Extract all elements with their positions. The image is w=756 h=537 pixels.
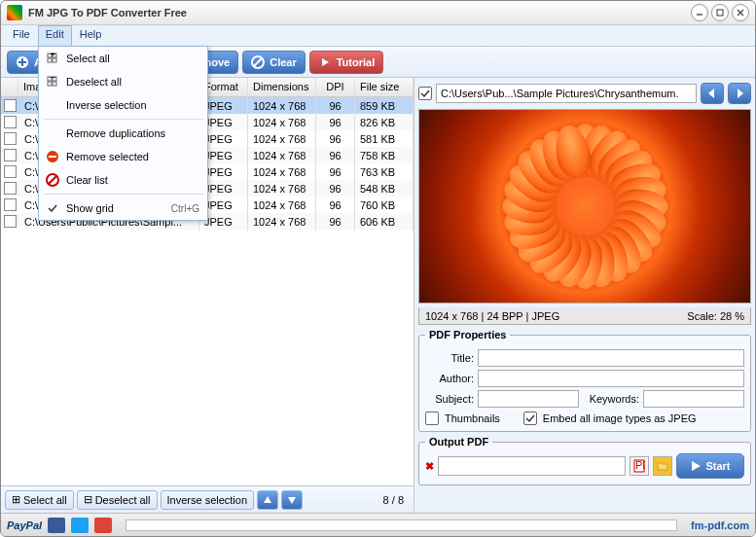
check-icon [43, 202, 62, 214]
menu-inverse-selection[interactable]: Inverse selection [39, 93, 207, 117]
image-preview [418, 109, 751, 304]
move-up-button[interactable] [257, 490, 278, 510]
minimize-button[interactable] [691, 4, 708, 21]
cell-dpi: 96 [316, 114, 355, 131]
svg-line-17 [49, 176, 56, 184]
svg-marker-32 [692, 461, 701, 471]
tutorial-button[interactable]: Tutorial [309, 51, 384, 74]
row-checkbox[interactable] [4, 99, 17, 112]
menu-bar: File Edit Help [1, 25, 755, 47]
menu-deselect-all[interactable]: − Deselect all [39, 70, 207, 93]
cell-dimensions: 1024 x 768 [248, 130, 316, 148]
preview-info-bar: 1024 x 768 | 24 BPP | JPEG Scale: 28 % [418, 307, 751, 325]
row-checkbox[interactable] [4, 116, 17, 128]
menu-file[interactable]: File [5, 25, 38, 46]
google-plus-icon[interactable] [94, 518, 112, 533]
facebook-icon[interactable] [48, 518, 65, 533]
button-label: Tutorial [337, 56, 376, 68]
embed-jpeg-checkbox[interactable] [523, 412, 537, 425]
svg-line-24 [254, 58, 262, 66]
svg-text:+: + [50, 53, 55, 59]
cell-dimensions: 1024 x 768 [248, 147, 316, 164]
preview-checkbox[interactable] [418, 87, 432, 100]
foot-inverse[interactable]: Inverse selection [161, 490, 255, 510]
progress-bar [126, 519, 677, 531]
menu-label: Select all [66, 53, 199, 64]
status-bar: PayPal fm-pdf.com [1, 513, 755, 536]
close-button[interactable] [732, 4, 749, 21]
row-checkbox[interactable] [4, 165, 17, 178]
clear-icon [251, 55, 265, 69]
author-input[interactable] [478, 370, 744, 387]
title-bar: FM JPG To PDF Converter Free [1, 1, 755, 25]
foot-deselect-all[interactable]: ⊟Deselect all [77, 490, 158, 510]
start-label: Start [705, 460, 730, 472]
col-dimensions[interactable]: Dimensions [248, 78, 316, 96]
maximize-button[interactable] [711, 4, 729, 21]
row-checkbox[interactable] [4, 198, 17, 211]
menu-remove-selected[interactable]: Remove selected [39, 145, 207, 168]
cell-dpi: 96 [316, 180, 355, 197]
output-path-input[interactable] [438, 456, 626, 476]
arrow-down-icon [287, 495, 297, 505]
row-checkbox[interactable] [4, 215, 17, 228]
svg-text:PDF: PDF [635, 459, 645, 471]
cell-dpi: 96 [316, 163, 355, 181]
title-input[interactable] [478, 349, 744, 367]
pdf-icon-button[interactable]: PDF [630, 456, 649, 476]
col-filesize[interactable]: File size [355, 78, 414, 96]
cell-size: 826 KB [355, 114, 414, 131]
svg-rect-1 [717, 10, 723, 16]
menu-help[interactable]: Help [72, 25, 110, 46]
subject-input[interactable] [478, 390, 579, 408]
menu-label: Deselect all [66, 76, 199, 88]
folder-icon [657, 460, 668, 472]
author-label: Author: [425, 373, 474, 384]
row-checkbox[interactable] [4, 149, 17, 161]
plus-icon [16, 55, 29, 69]
next-image-button[interactable] [728, 83, 751, 104]
play-icon [690, 460, 702, 472]
title-label: Title: [425, 352, 474, 364]
svg-text:−: − [50, 76, 55, 83]
menu-label: Show grid [66, 202, 171, 214]
select-all-icon: + [43, 53, 62, 64]
embed-label: Embed all image types as JPEG [543, 412, 697, 424]
cell-size: 758 KB [355, 147, 414, 164]
cell-dpi: 96 [316, 97, 355, 115]
preview-scale: Scale: 28 % [687, 310, 744, 322]
paypal-link[interactable]: PayPal [7, 519, 42, 531]
cell-dpi: 96 [316, 130, 355, 148]
svg-rect-15 [49, 156, 56, 158]
menu-clear-list[interactable]: Clear list [39, 168, 207, 192]
thumbnails-checkbox[interactable] [425, 412, 439, 425]
menu-select-all[interactable]: + Select all [39, 47, 207, 70]
browse-button[interactable] [653, 456, 672, 476]
delete-output-icon[interactable]: ✖ [425, 460, 434, 473]
website-link[interactable]: fm-pdf.com [691, 519, 749, 531]
cell-size: 859 KB [355, 97, 414, 115]
clear-button[interactable]: Clear [242, 51, 306, 74]
row-checkbox[interactable] [4, 132, 17, 145]
cell-size: 581 KB [355, 130, 414, 148]
cell-dpi: 96 [316, 197, 355, 214]
menu-remove-duplications[interactable]: Remove duplications [39, 122, 207, 145]
cell-size: 548 KB [355, 180, 414, 197]
prev-image-button[interactable] [701, 83, 724, 104]
cell-size: 763 KB [355, 163, 414, 181]
move-down-button[interactable] [281, 490, 303, 510]
menu-show-grid[interactable]: Show grid Ctrl+G [39, 197, 207, 220]
cell-dpi: 96 [316, 213, 355, 231]
col-dpi[interactable]: DPI [316, 78, 355, 96]
keywords-input[interactable] [643, 390, 744, 408]
thumbnails-label: Thumbnails [445, 412, 500, 424]
button-label: Clear [270, 56, 297, 68]
start-button[interactable]: Start [676, 453, 744, 479]
twitter-icon[interactable] [71, 518, 89, 533]
menu-edit[interactable]: Edit [38, 25, 72, 46]
foot-select-all[interactable]: ⊞Select all [5, 490, 74, 510]
grid-footer: ⊞Select all ⊟Deselect all Inverse select… [1, 485, 414, 513]
row-checkbox[interactable] [4, 182, 17, 195]
preview-path-input[interactable] [436, 84, 697, 103]
subject-label: Subject: [425, 393, 474, 405]
